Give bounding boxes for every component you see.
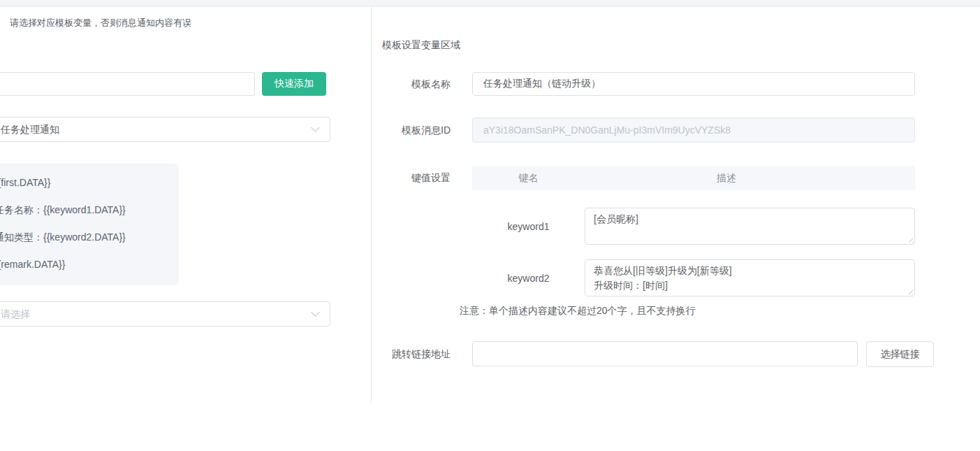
template-msg-id-label: 模板消息ID xyxy=(371,124,451,137)
kv-note: 注意：单个描述内容建议不超过20个字，且不支持换行 xyxy=(460,305,696,317)
variable-select[interactable]: 请选择 xyxy=(0,301,330,327)
section-title: 模板设置变量区域 xyxy=(382,39,460,52)
quick-add-input-wrap xyxy=(0,72,255,96)
kv-row-key: keyword2 xyxy=(472,273,585,284)
variable-line: 任务名称：{{keyword1.DATA}} xyxy=(0,199,168,227)
select-link-button[interactable]: 选择链接 xyxy=(866,341,934,367)
template-name-input[interactable] xyxy=(473,73,914,95)
template-name-input-wrap xyxy=(472,72,915,96)
variable-line: {{first.DATA}} xyxy=(0,172,168,199)
variable-line: {{remark.DATA}} xyxy=(0,254,168,281)
warning-text: 请选择对应模板变量，否则消息通知内容有误 xyxy=(10,17,191,29)
kv-desc-textarea[interactable]: [会员昵称] xyxy=(585,208,915,245)
variable-select-placeholder: 请选择 xyxy=(1,302,30,326)
kv-desc-textarea[interactable]: 恭喜您从[旧等级]升级为[新等级] 升级时间：[时间] xyxy=(585,259,915,296)
kv-desc-textarea-wrap: [会员昵称] xyxy=(585,208,915,245)
panel-divider xyxy=(371,7,372,404)
template-msg-id-input xyxy=(473,118,914,142)
kv-row-key: keyword1 xyxy=(472,221,585,232)
variable-line: 通知类型：{{keyword2.DATA}} xyxy=(0,227,168,254)
chevron-down-icon[interactable] xyxy=(311,308,320,317)
jump-link-input-wrap xyxy=(472,341,858,366)
top-strip xyxy=(0,0,980,7)
kv-desc-textarea-wrap: 恭喜您从[旧等级]升级为[新等级] 升级时间：[时间] xyxy=(585,259,915,296)
quick-add-button[interactable]: 快速添加 xyxy=(262,72,326,96)
template-name-label: 模板名称 xyxy=(371,78,451,91)
template-select-value: 任务处理通知 xyxy=(1,117,59,141)
kv-settings-label: 键值设置 xyxy=(371,172,451,185)
template-select[interactable]: 任务处理通知 xyxy=(0,117,330,142)
kv-column-desc: 描述 xyxy=(657,166,796,190)
kv-column-key: 键名 xyxy=(472,166,585,190)
template-msg-id-input-wrap xyxy=(472,117,915,143)
jump-link-label: 跳转链接地址 xyxy=(371,348,451,361)
chevron-down-icon[interactable] xyxy=(311,123,320,132)
quick-add-input[interactable] xyxy=(0,73,254,95)
jump-link-input[interactable] xyxy=(473,342,857,366)
variable-preview-box: {{first.DATA}} 任务名称：{{keyword1.DATA}} 通知… xyxy=(0,164,179,285)
kv-header-row: 键名 描述 xyxy=(472,166,915,190)
